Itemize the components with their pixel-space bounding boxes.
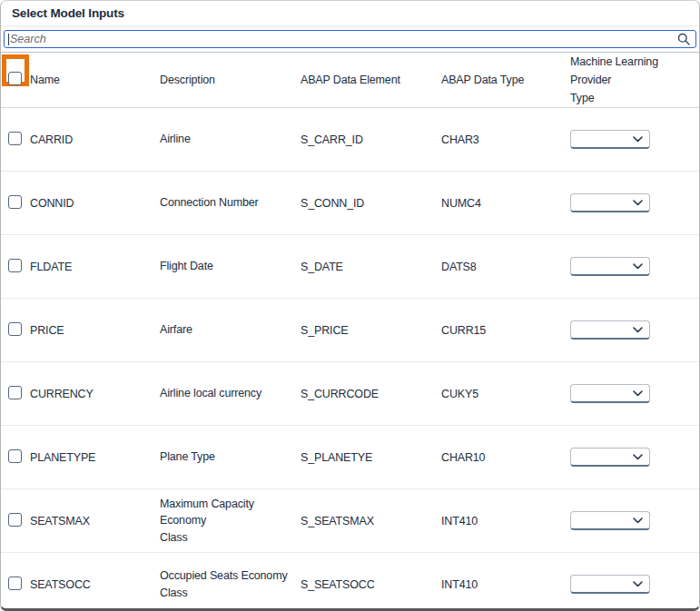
cell-abap-data-type: NUMC4	[441, 197, 570, 210]
cell-abap-data-element: S_PRICE	[301, 324, 441, 337]
cell-name: PRICE	[30, 324, 160, 337]
table-row: SEATSMAX Maximum Capacity Economy Class …	[1, 489, 699, 553]
cell-description: Flight Date	[160, 258, 301, 274]
cell-name: SEATSMAX	[30, 515, 160, 527]
cell-abap-data-element: S_CONN_ID	[301, 197, 441, 210]
table-row: FLDATE Flight Date S_DATE DATS8	[1, 235, 699, 299]
dialog-title: Select Model Inputs	[12, 6, 124, 20]
cell-abap-data-element: S_DATE	[301, 261, 441, 273]
cell-abap-data-type: INT410	[441, 578, 570, 591]
table-row: CURRENCY Airline local currency S_CURRCO…	[1, 362, 699, 426]
cell-abap-data-type: CUKY5	[441, 388, 570, 400]
chevron-down-icon	[633, 200, 643, 206]
cell-abap-data-element: S_CARR_ID	[301, 133, 441, 146]
cell-name: SEATSOCC	[30, 578, 160, 591]
model-inputs-table: Name Description ABAP Data Element ABAP …	[1, 53, 699, 611]
cell-abap-data-element: S_SEATSMAX	[301, 515, 441, 527]
table-row: CONNID Connection Number S_CONN_ID NUMC4	[1, 172, 699, 235]
column-header-description: Description	[160, 72, 301, 88]
row-checkbox[interactable]	[8, 386, 22, 399]
table-header-row: Name Description ABAP Data Element ABAP …	[1, 53, 699, 108]
ml-provider-select[interactable]	[570, 130, 650, 149]
cell-abap-data-type: CURR15	[441, 324, 570, 337]
select-all-checkbox[interactable]	[8, 72, 22, 85]
cell-description: Airline local currency	[160, 385, 301, 401]
table-row: PLANETYPE Plane Type S_PLANETYE CHAR10	[1, 426, 699, 489]
cell-description: Occupied Seats Economy Class	[160, 567, 301, 600]
row-checkbox[interactable]	[8, 132, 22, 145]
cell-abap-data-type: CHAR3	[441, 133, 570, 146]
cell-abap-data-type: DATS8	[441, 261, 570, 273]
chevron-down-icon	[633, 454, 643, 460]
chevron-down-icon	[633, 390, 643, 397]
cell-description: Maximum Capacity Economy Class	[160, 496, 301, 545]
ml-provider-select[interactable]	[570, 575, 650, 594]
cell-abap-data-element: S_PLANETYE	[301, 451, 441, 464]
cell-description: Airline	[160, 131, 301, 147]
select-model-inputs-dialog: Select Model Inputs Name Description ABA…	[0, 0, 700, 611]
dialog-title-bar: Select Model Inputs	[1, 1, 699, 26]
ml-provider-select[interactable]	[570, 511, 650, 530]
cell-abap-data-element: S_CURRCODE	[301, 388, 441, 400]
row-checkbox[interactable]	[8, 513, 22, 527]
row-checkbox[interactable]	[8, 195, 22, 209]
cell-name: CARRID	[30, 133, 160, 146]
search-icon[interactable]	[677, 33, 690, 45]
cell-name: FLDATE	[30, 261, 160, 273]
column-header-abap-data-type: ABAP Data Type	[441, 74, 570, 86]
cell-name: CURRENCY	[30, 388, 160, 400]
chevron-down-icon	[633, 136, 643, 143]
ml-provider-select[interactable]	[570, 448, 650, 467]
cell-abap-data-type: INT410	[441, 515, 570, 527]
row-checkbox[interactable]	[8, 577, 22, 590]
cell-description: Plane Type	[160, 448, 301, 465]
cell-description: Airfare	[160, 321, 301, 338]
cell-abap-data-type: CHAR10	[441, 451, 570, 464]
ml-provider-select[interactable]	[570, 193, 650, 212]
row-checkbox[interactable]	[8, 449, 22, 463]
column-header-ml-provider-type: Machine Learning Provider Type	[570, 53, 699, 107]
ml-provider-select[interactable]	[570, 257, 650, 276]
ml-provider-select[interactable]	[570, 384, 650, 403]
cell-abap-data-element: S_SEATSOCC	[301, 578, 441, 591]
chevron-down-icon	[633, 263, 643, 270]
row-checkbox[interactable]	[8, 259, 22, 272]
table-row: SEATSOCC Occupied Seats Economy Class S_…	[1, 553, 699, 611]
text-cursor	[8, 34, 9, 45]
chevron-down-icon	[633, 517, 643, 524]
chevron-down-icon	[633, 327, 643, 333]
cell-name: PLANETYPE	[30, 451, 160, 464]
column-header-abap-data-element: ABAP Data Element	[301, 74, 441, 86]
ml-provider-select[interactable]	[570, 320, 650, 340]
table-row: CARRID Airline S_CARR_ID CHAR3	[1, 108, 699, 172]
search-bar	[1, 26, 699, 53]
row-checkbox[interactable]	[8, 322, 22, 336]
cell-name: CONNID	[30, 197, 160, 210]
cell-description: Connection Number	[160, 194, 301, 211]
chevron-down-icon	[633, 581, 643, 587]
table-row: PRICE Airfare S_PRICE CURR15	[1, 299, 699, 362]
search-input[interactable]	[4, 30, 696, 48]
table-body: CARRID Airline S_CARR_ID CHAR3 CONNID Co…	[1, 108, 699, 611]
column-header-name: Name	[30, 74, 160, 86]
